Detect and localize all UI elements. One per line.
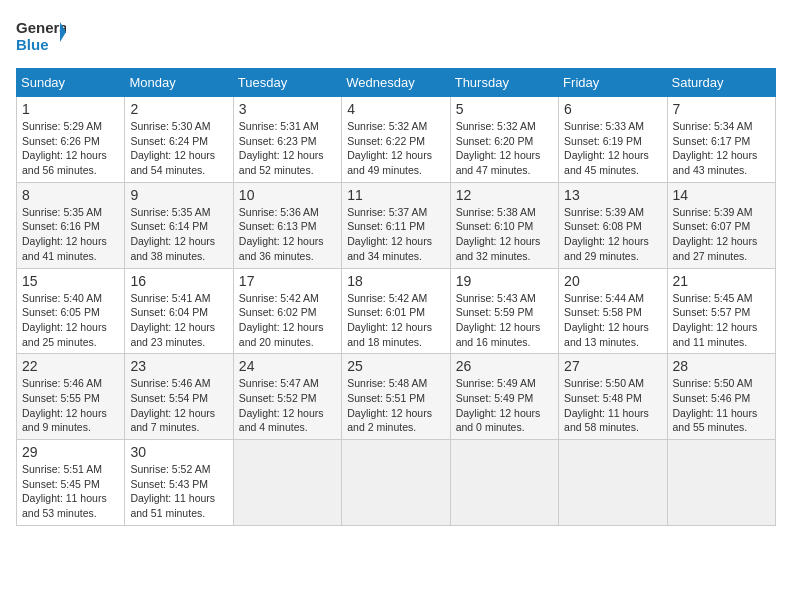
day-info: Sunrise: 5:44 AM Sunset: 5:58 PM Dayligh… — [564, 291, 661, 350]
calendar-cell: 3Sunrise: 5:31 AM Sunset: 6:23 PM Daylig… — [233, 97, 341, 183]
day-info: Sunrise: 5:32 AM Sunset: 6:22 PM Dayligh… — [347, 119, 444, 178]
day-info: Sunrise: 5:40 AM Sunset: 6:05 PM Dayligh… — [22, 291, 119, 350]
day-info: Sunrise: 5:46 AM Sunset: 5:54 PM Dayligh… — [130, 376, 227, 435]
day-number: 29 — [22, 444, 119, 460]
day-info: Sunrise: 5:46 AM Sunset: 5:55 PM Dayligh… — [22, 376, 119, 435]
day-info: Sunrise: 5:42 AM Sunset: 6:01 PM Dayligh… — [347, 291, 444, 350]
day-info: Sunrise: 5:33 AM Sunset: 6:19 PM Dayligh… — [564, 119, 661, 178]
calendar-cell: 28Sunrise: 5:50 AM Sunset: 5:46 PM Dayli… — [667, 354, 775, 440]
svg-text:Blue: Blue — [16, 36, 49, 53]
calendar-cell — [667, 440, 775, 526]
day-info: Sunrise: 5:29 AM Sunset: 6:26 PM Dayligh… — [22, 119, 119, 178]
weekday-header-sunday: Sunday — [17, 69, 125, 97]
day-info: Sunrise: 5:39 AM Sunset: 6:08 PM Dayligh… — [564, 205, 661, 264]
day-info: Sunrise: 5:50 AM Sunset: 5:46 PM Dayligh… — [673, 376, 770, 435]
day-number: 7 — [673, 101, 770, 117]
calendar-cell: 24Sunrise: 5:47 AM Sunset: 5:52 PM Dayli… — [233, 354, 341, 440]
calendar-cell — [559, 440, 667, 526]
calendar-cell: 25Sunrise: 5:48 AM Sunset: 5:51 PM Dayli… — [342, 354, 450, 440]
day-info: Sunrise: 5:34 AM Sunset: 6:17 PM Dayligh… — [673, 119, 770, 178]
day-number: 6 — [564, 101, 661, 117]
day-number: 24 — [239, 358, 336, 374]
calendar-cell: 22Sunrise: 5:46 AM Sunset: 5:55 PM Dayli… — [17, 354, 125, 440]
calendar-week-3: 15Sunrise: 5:40 AM Sunset: 6:05 PM Dayli… — [17, 268, 776, 354]
day-number: 4 — [347, 101, 444, 117]
day-number: 9 — [130, 187, 227, 203]
day-number: 21 — [673, 273, 770, 289]
calendar-cell: 18Sunrise: 5:42 AM Sunset: 6:01 PM Dayli… — [342, 268, 450, 354]
day-info: Sunrise: 5:32 AM Sunset: 6:20 PM Dayligh… — [456, 119, 553, 178]
day-number: 15 — [22, 273, 119, 289]
day-number: 13 — [564, 187, 661, 203]
weekday-header-thursday: Thursday — [450, 69, 558, 97]
day-number: 25 — [347, 358, 444, 374]
weekday-header-tuesday: Tuesday — [233, 69, 341, 97]
day-info: Sunrise: 5:39 AM Sunset: 6:07 PM Dayligh… — [673, 205, 770, 264]
day-number: 3 — [239, 101, 336, 117]
day-number: 20 — [564, 273, 661, 289]
day-number: 17 — [239, 273, 336, 289]
calendar-cell: 7Sunrise: 5:34 AM Sunset: 6:17 PM Daylig… — [667, 97, 775, 183]
page-header: General Blue — [16, 16, 776, 56]
calendar-cell: 11Sunrise: 5:37 AM Sunset: 6:11 PM Dayli… — [342, 182, 450, 268]
day-number: 8 — [22, 187, 119, 203]
day-info: Sunrise: 5:37 AM Sunset: 6:11 PM Dayligh… — [347, 205, 444, 264]
calendar-cell: 4Sunrise: 5:32 AM Sunset: 6:22 PM Daylig… — [342, 97, 450, 183]
day-number: 10 — [239, 187, 336, 203]
day-info: Sunrise: 5:38 AM Sunset: 6:10 PM Dayligh… — [456, 205, 553, 264]
day-info: Sunrise: 5:41 AM Sunset: 6:04 PM Dayligh… — [130, 291, 227, 350]
calendar-cell — [450, 440, 558, 526]
calendar-cell: 8Sunrise: 5:35 AM Sunset: 6:16 PM Daylig… — [17, 182, 125, 268]
day-number: 1 — [22, 101, 119, 117]
day-number: 22 — [22, 358, 119, 374]
day-number: 30 — [130, 444, 227, 460]
calendar-cell: 1Sunrise: 5:29 AM Sunset: 6:26 PM Daylig… — [17, 97, 125, 183]
day-number: 2 — [130, 101, 227, 117]
calendar-cell: 10Sunrise: 5:36 AM Sunset: 6:13 PM Dayli… — [233, 182, 341, 268]
calendar-table: SundayMondayTuesdayWednesdayThursdayFrid… — [16, 68, 776, 526]
calendar-cell: 30Sunrise: 5:52 AM Sunset: 5:43 PM Dayli… — [125, 440, 233, 526]
day-info: Sunrise: 5:35 AM Sunset: 6:16 PM Dayligh… — [22, 205, 119, 264]
calendar-cell: 23Sunrise: 5:46 AM Sunset: 5:54 PM Dayli… — [125, 354, 233, 440]
logo: General Blue — [16, 16, 66, 56]
day-number: 28 — [673, 358, 770, 374]
weekday-header-monday: Monday — [125, 69, 233, 97]
calendar-cell: 26Sunrise: 5:49 AM Sunset: 5:49 PM Dayli… — [450, 354, 558, 440]
calendar-cell: 5Sunrise: 5:32 AM Sunset: 6:20 PM Daylig… — [450, 97, 558, 183]
calendar-cell — [233, 440, 341, 526]
day-number: 11 — [347, 187, 444, 203]
calendar-cell: 12Sunrise: 5:38 AM Sunset: 6:10 PM Dayli… — [450, 182, 558, 268]
calendar-cell: 14Sunrise: 5:39 AM Sunset: 6:07 PM Dayli… — [667, 182, 775, 268]
day-number: 12 — [456, 187, 553, 203]
calendar-week-5: 29Sunrise: 5:51 AM Sunset: 5:45 PM Dayli… — [17, 440, 776, 526]
day-info: Sunrise: 5:51 AM Sunset: 5:45 PM Dayligh… — [22, 462, 119, 521]
day-info: Sunrise: 5:48 AM Sunset: 5:51 PM Dayligh… — [347, 376, 444, 435]
day-info: Sunrise: 5:45 AM Sunset: 5:57 PM Dayligh… — [673, 291, 770, 350]
day-number: 18 — [347, 273, 444, 289]
day-info: Sunrise: 5:50 AM Sunset: 5:48 PM Dayligh… — [564, 376, 661, 435]
day-info: Sunrise: 5:42 AM Sunset: 6:02 PM Dayligh… — [239, 291, 336, 350]
calendar-cell: 13Sunrise: 5:39 AM Sunset: 6:08 PM Dayli… — [559, 182, 667, 268]
calendar-cell: 27Sunrise: 5:50 AM Sunset: 5:48 PM Dayli… — [559, 354, 667, 440]
weekday-header-saturday: Saturday — [667, 69, 775, 97]
calendar-cell: 2Sunrise: 5:30 AM Sunset: 6:24 PM Daylig… — [125, 97, 233, 183]
weekday-header-friday: Friday — [559, 69, 667, 97]
calendar-cell: 15Sunrise: 5:40 AM Sunset: 6:05 PM Dayli… — [17, 268, 125, 354]
weekday-header-row: SundayMondayTuesdayWednesdayThursdayFrid… — [17, 69, 776, 97]
calendar-cell: 17Sunrise: 5:42 AM Sunset: 6:02 PM Dayli… — [233, 268, 341, 354]
day-info: Sunrise: 5:43 AM Sunset: 5:59 PM Dayligh… — [456, 291, 553, 350]
day-info: Sunrise: 5:35 AM Sunset: 6:14 PM Dayligh… — [130, 205, 227, 264]
day-number: 5 — [456, 101, 553, 117]
calendar-cell: 20Sunrise: 5:44 AM Sunset: 5:58 PM Dayli… — [559, 268, 667, 354]
day-info: Sunrise: 5:49 AM Sunset: 5:49 PM Dayligh… — [456, 376, 553, 435]
calendar-cell — [342, 440, 450, 526]
calendar-cell: 19Sunrise: 5:43 AM Sunset: 5:59 PM Dayli… — [450, 268, 558, 354]
day-info: Sunrise: 5:47 AM Sunset: 5:52 PM Dayligh… — [239, 376, 336, 435]
svg-text:General: General — [16, 19, 66, 36]
calendar-week-4: 22Sunrise: 5:46 AM Sunset: 5:55 PM Dayli… — [17, 354, 776, 440]
day-info: Sunrise: 5:36 AM Sunset: 6:13 PM Dayligh… — [239, 205, 336, 264]
day-number: 14 — [673, 187, 770, 203]
day-info: Sunrise: 5:31 AM Sunset: 6:23 PM Dayligh… — [239, 119, 336, 178]
calendar-cell: 16Sunrise: 5:41 AM Sunset: 6:04 PM Dayli… — [125, 268, 233, 354]
calendar-cell: 6Sunrise: 5:33 AM Sunset: 6:19 PM Daylig… — [559, 97, 667, 183]
